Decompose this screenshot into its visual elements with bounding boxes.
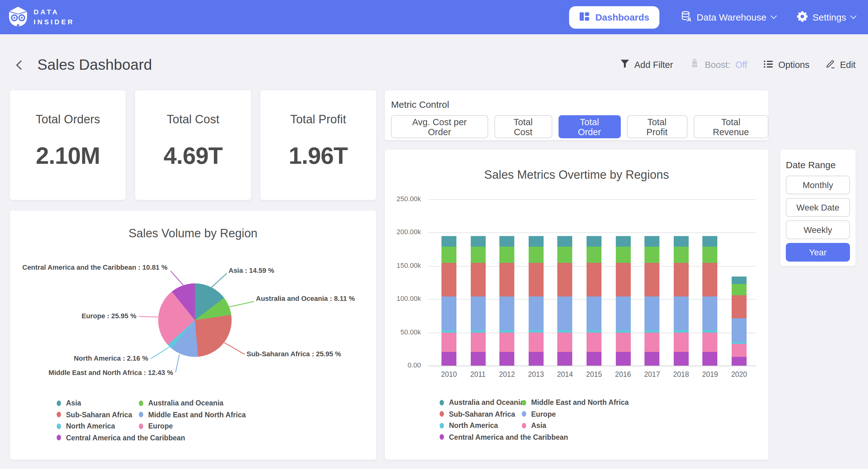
date-range-label: Date Range bbox=[786, 159, 850, 170]
header-actions: Add Filter Boost: Off bbox=[620, 59, 856, 71]
bar-segment-2012-north-america bbox=[499, 330, 514, 332]
nav-item-settings[interactable]: Settings bbox=[797, 11, 856, 23]
bar-segment-2010-middle-east-and-north-africa bbox=[441, 246, 457, 263]
legend-item-asia[interactable]: Asia bbox=[57, 399, 81, 407]
legend-label: Asia bbox=[66, 399, 81, 407]
bar-segment-2014-middle-east-and-north-africa bbox=[558, 246, 572, 263]
legend-item-north-america[interactable]: North America bbox=[57, 422, 115, 430]
pie-chart-title: Sales Volume by Region bbox=[10, 227, 376, 240]
bar-segment-2012-central-america-and-the-caribbean bbox=[499, 352, 514, 365]
bar-segment-2020-central-america-and-the-caribbean bbox=[732, 357, 747, 365]
bar-segment-2019-asia bbox=[703, 332, 718, 352]
legend-item-sub-saharan-africa[interactable]: Sub-Saharan Africa bbox=[440, 410, 515, 418]
owl-logo-icon bbox=[7, 5, 29, 29]
bar-segment-2017-australia-and-oceania bbox=[645, 236, 659, 247]
bar-segment-2018-asia bbox=[674, 332, 689, 352]
nav-item-dashboards[interactable]: Dashboards bbox=[569, 6, 659, 28]
legend-item-central-america-and-the-caribbean[interactable]: Central America and the Caribbean bbox=[440, 433, 568, 441]
date-range-option-weekly[interactable]: Weekly bbox=[786, 221, 850, 239]
bar-segment-2019-australia-and-oceania bbox=[703, 236, 718, 247]
legend-label: Australia and Oceania bbox=[148, 399, 223, 407]
date-range-option-week-date[interactable]: Week Date bbox=[786, 198, 850, 217]
x-axis-label: 2014 bbox=[551, 371, 579, 378]
legend-item-europe[interactable]: Europe bbox=[139, 422, 173, 430]
bar-segment-2014-asia bbox=[558, 332, 572, 352]
x-axis-label: 2019 bbox=[696, 371, 724, 378]
bar-segment-2016-central-america-and-the-caribbean bbox=[616, 352, 630, 365]
bar-segment-2010-asia bbox=[441, 332, 457, 352]
page-title: Sales Dashboard bbox=[37, 56, 152, 74]
page-header: Sales Dashboard Add Filter Boost: Off bbox=[0, 52, 868, 77]
legend-item-australia-and-oceania[interactable]: Australia and Oceania bbox=[440, 399, 524, 406]
legend-item-north-america[interactable]: North America bbox=[440, 422, 498, 429]
boost-toggle[interactable]: Boost: Off bbox=[689, 59, 747, 71]
bar-segment-2014-sub-saharan-africa bbox=[558, 263, 572, 296]
pie-leader-line bbox=[139, 316, 158, 317]
bar-segment-2010-sub-saharan-africa bbox=[441, 263, 457, 296]
bar-segment-2018-sub-saharan-africa bbox=[674, 263, 689, 296]
pie-label-central-america-and-the-caribbean: Central America and the Caribbean : 10.8… bbox=[23, 263, 167, 271]
rocket-icon bbox=[689, 59, 700, 71]
x-axis-label: 2020 bbox=[725, 371, 753, 378]
pie-chart[interactable] bbox=[158, 284, 231, 357]
top-navbar: DATA INSIDER Dashboards bbox=[0, 0, 868, 34]
pie-leader-line bbox=[151, 347, 169, 359]
kpi-title: Total Orders bbox=[36, 113, 100, 126]
date-range-option-monthly[interactable]: Monthly bbox=[786, 176, 850, 194]
bar-segment-2015-europe bbox=[587, 296, 601, 330]
bar-segment-2020-middle-east-and-north-africa bbox=[732, 284, 747, 295]
legend-label: Middle East and North Africa bbox=[148, 411, 246, 418]
legend-item-australia-and-oceania[interactable]: Australia and Oceania bbox=[139, 399, 223, 407]
metric-option-total-cost[interactable]: Total Cost bbox=[494, 115, 552, 138]
bar-segment-2014-central-america-and-the-caribbean bbox=[558, 352, 572, 365]
bar-segment-2015-north-america bbox=[587, 330, 601, 332]
legend-dot bbox=[139, 412, 143, 417]
back-button[interactable] bbox=[12, 57, 29, 73]
bar-segment-2011-sub-saharan-africa bbox=[470, 263, 485, 296]
legend-item-middle-east-and-north-africa[interactable]: Middle East and North Africa bbox=[139, 411, 246, 418]
metric-option-total-profit[interactable]: Total Profit bbox=[627, 115, 687, 138]
bar-segment-2018-australia-and-oceania bbox=[674, 236, 689, 247]
bar-segment-2013-sub-saharan-africa bbox=[529, 263, 544, 296]
kpi-title: Total Cost bbox=[167, 113, 219, 126]
legend-item-central-america-and-the-caribbean[interactable]: Central America and the Caribbean bbox=[57, 434, 185, 441]
legend-label: North America bbox=[66, 422, 115, 430]
bar-segment-2016-north-america bbox=[616, 330, 630, 332]
edit-button[interactable]: Edit bbox=[826, 59, 856, 70]
bar-segment-2016-australia-and-oceania bbox=[616, 236, 630, 247]
pie-label-sub-saharan-africa: Sub-Saharan Africa : 25.95 % bbox=[247, 350, 341, 357]
kpi-card-total-orders: Total Orders 2.10M bbox=[10, 90, 126, 200]
bar-segment-2016-asia bbox=[616, 332, 630, 352]
metric-option-total-order[interactable]: Total Order bbox=[558, 115, 620, 138]
legend-item-asia[interactable]: Asia bbox=[522, 422, 547, 429]
bar-segment-2020-europe bbox=[732, 318, 747, 342]
bar-segment-2016-middle-east-and-north-africa bbox=[616, 246, 630, 263]
metric-option-avg-cost-per-order[interactable]: Avg. Cost per Order bbox=[391, 115, 488, 138]
legend-label: Sub-Saharan Africa bbox=[66, 411, 132, 418]
nav-item-data-warehouse[interactable]: Data Warehouse bbox=[681, 10, 776, 24]
legend-dot bbox=[57, 423, 61, 429]
legend-item-europe[interactable]: Europe bbox=[522, 410, 556, 418]
gridline bbox=[428, 365, 756, 366]
options-button[interactable]: Options bbox=[764, 59, 809, 71]
legend-label: Asia bbox=[531, 422, 547, 429]
legend-dot bbox=[139, 400, 143, 406]
pie-label-middle-east-and-north-africa: Middle East and North Africa : 12.43 % bbox=[49, 369, 173, 376]
bar-segment-2014-europe bbox=[558, 296, 572, 330]
legend-item-middle-east-and-north-africa[interactable]: Middle East and North Africa bbox=[522, 399, 629, 406]
bar-segment-2017-central-america-and-the-caribbean bbox=[645, 352, 659, 365]
legend-item-sub-saharan-africa[interactable]: Sub-Saharan Africa bbox=[57, 411, 132, 418]
legend-label: Australia and Oceania bbox=[449, 399, 524, 406]
metric-control-label: Metric Control bbox=[391, 99, 762, 110]
bar-chart-title: Sales Metrics Overtime by Regions bbox=[385, 168, 768, 182]
metric-option-total-revenue[interactable]: Total Revenue bbox=[693, 115, 768, 138]
metric-control-panel: Metric Control Avg. Cost per OrderTotal … bbox=[385, 90, 768, 140]
bar-segment-2012-middle-east-and-north-africa bbox=[499, 246, 514, 263]
brand[interactable]: DATA INSIDER bbox=[7, 5, 74, 29]
add-filter-button[interactable]: Add Filter bbox=[620, 59, 673, 70]
bar-segment-2012-australia-and-oceania bbox=[499, 236, 514, 247]
bar-segment-2010-australia-and-oceania bbox=[441, 236, 457, 247]
bar-segment-2015-australia-and-oceania bbox=[587, 236, 601, 247]
date-range-option-year[interactable]: Year bbox=[786, 243, 850, 262]
kpi-title: Total Profit bbox=[290, 113, 346, 126]
